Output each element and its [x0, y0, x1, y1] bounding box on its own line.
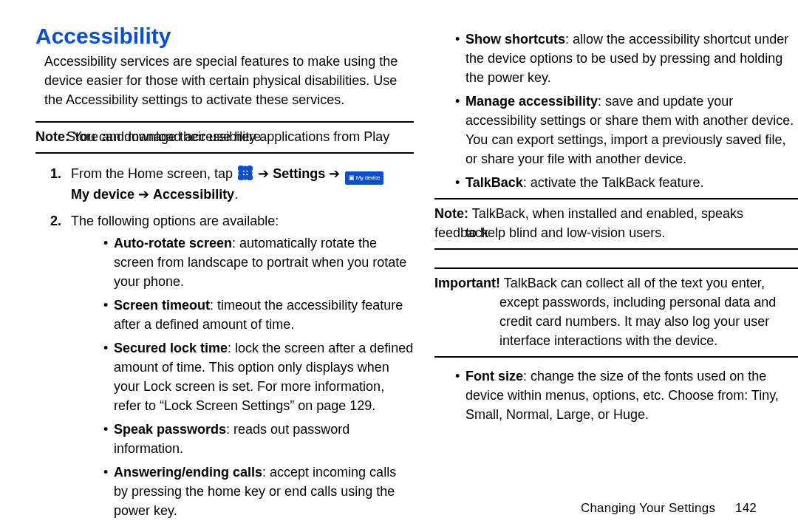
option-head: Auto-rotate screen: [114, 236, 232, 250]
step-text-fragment: From the Home screen, tap: [71, 166, 233, 181]
manual-page: Accessibility Accessibility services are…: [0, 0, 798, 532]
important-text: except passwords, including personal dat…: [499, 293, 798, 312]
option-head: TalkBack: [466, 175, 523, 190]
option-head: Font size: [466, 369, 523, 383]
section-intro: Accessibility services are special featu…: [44, 52, 414, 109]
divider: [434, 267, 798, 269]
bullet-icon: •: [455, 92, 460, 111]
options-list: • Auto-rotate screen: automatically rota…: [71, 233, 414, 520]
important-text: interface interactions with the device.: [499, 331, 798, 350]
step-2: 2. The following options are available: …: [35, 211, 414, 520]
step-number: 1.: [50, 164, 61, 183]
note-label: Note:: [35, 129, 69, 144]
options-list-bottom: • Font size: change the size of the font…: [434, 366, 798, 424]
option-speak-passwords: • Speak passwords: reads out password in…: [71, 420, 414, 458]
option-manage-accessibility: • Manage accessibility: save and update …: [434, 92, 798, 168]
bullet-icon: •: [103, 420, 108, 439]
step-text: The following options are available:: [71, 214, 279, 228]
arrow-icon: ➔: [329, 164, 340, 183]
option-show-shortcuts: • Show shortcuts: allow the accessibilit…: [434, 30, 798, 87]
option-font-size: • Font size: change the size of the font…: [434, 366, 798, 424]
important-talkback: Important! TalkBack can collect all of t…: [434, 273, 798, 350]
section-title: Accessibility: [35, 27, 414, 46]
arrow-icon: ➔: [138, 185, 149, 204]
bullet-icon: •: [455, 173, 460, 192]
option-head: Screen timeout: [114, 298, 210, 313]
note-text: to help blind and low-vision users.: [466, 223, 798, 242]
option-head: Answering/ending calls: [114, 465, 262, 480]
bullet-icon: •: [103, 338, 108, 358]
apps-grid-icon: [238, 166, 253, 180]
two-column-layout: Accessibility Accessibility services are…: [35, 27, 798, 528]
important-text: credit card numbers. It may also log you…: [499, 312, 798, 331]
option-head: Manage accessibility: [466, 94, 598, 109]
spacer: [434, 254, 798, 262]
left-column: Accessibility Accessibility services are…: [35, 27, 414, 528]
option-head: Secured lock time: [114, 341, 228, 355]
options-list-cont: • Show shortcuts: allow the accessibilit…: [434, 30, 798, 192]
option-secured-lock: • Secured lock time: lock the screen aft…: [71, 338, 414, 415]
important-text: TalkBack can collect all of the text you…: [504, 276, 765, 290]
arrow-icon: ➔: [258, 164, 269, 183]
bullet-icon: •: [455, 366, 460, 386]
option-head: Show shortcuts: [466, 32, 565, 47]
note-talkback: Note: TalkBack, when installed and enabl…: [434, 204, 798, 242]
option-screen-timeout: • Screen timeout: timeout the accessibil…: [71, 296, 414, 334]
right-column: • Show shortcuts: allow the accessibilit…: [434, 27, 798, 528]
divider: [35, 121, 414, 123]
bullet-icon: •: [455, 30, 460, 49]
period: .: [234, 187, 238, 202]
bullet-icon: •: [103, 463, 108, 482]
divider: [434, 248, 798, 250]
option-answering-calls: • Answering/ending calls: accept incomin…: [71, 463, 414, 520]
option-head: Speak passwords: [114, 422, 226, 437]
steps: 1. From the Home screen, tap ➔ Settings …: [35, 164, 414, 520]
step-1: 1. From the Home screen, tap ➔ Settings …: [35, 164, 414, 204]
footer-section: Changing Your Settings: [581, 501, 715, 515]
my-device-label: My device: [71, 187, 134, 202]
note-playstore: Note: You can download accessibility app…: [35, 127, 414, 146]
divider: [35, 152, 414, 154]
accessibility-label: Accessibility: [153, 187, 234, 202]
option-talkback: • TalkBack: activate the TalkBack featur…: [434, 173, 798, 192]
step-text: From the Home screen, tap ➔ Settings ➔ M…: [71, 166, 385, 202]
note-label: Note:: [434, 206, 468, 221]
bullet-icon: •: [103, 233, 108, 253]
settings-label: Settings: [273, 166, 325, 181]
divider: [434, 356, 798, 358]
bullet-icon: •: [103, 296, 108, 315]
my-device-tab-icon: [345, 171, 383, 185]
option-auto-rotate: • Auto-rotate screen: automatically rota…: [71, 233, 414, 291]
option-body: on page 129.: [298, 398, 375, 413]
option-body: : activate the TalkBack feature.: [523, 175, 704, 190]
step-number: 2.: [50, 211, 61, 231]
important-label: Important!: [434, 276, 500, 290]
page-footer: Changing Your Settings 142: [581, 501, 757, 516]
cross-reference: “Lock Screen Settings”: [160, 398, 294, 413]
page-number: 142: [735, 501, 757, 516]
divider: [434, 198, 798, 200]
